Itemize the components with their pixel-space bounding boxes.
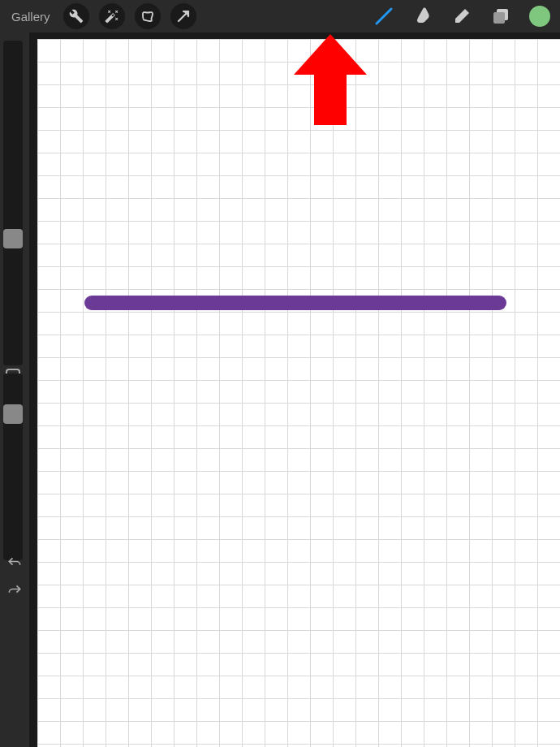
gallery-button[interactable]: Gallery	[5, 10, 57, 24]
brush-size-slider-track[interactable]	[3, 41, 23, 365]
redo-button[interactable]	[5, 581, 24, 601]
undo-icon	[6, 555, 23, 572]
brush-tool[interactable]	[373, 6, 394, 27]
eraser-icon	[452, 6, 472, 26]
svg-rect-1	[493, 12, 505, 24]
top-toolbar: Gallery	[0, 0, 560, 32]
wand-icon	[105, 9, 119, 24]
undo-button[interactable]	[5, 554, 24, 573]
eraser-tool[interactable]	[451, 6, 472, 27]
opacity-slider-thumb[interactable]	[3, 404, 23, 424]
arrow-icon	[176, 9, 191, 24]
brush-icon	[374, 6, 394, 26]
smudge-tool[interactable]	[412, 6, 433, 27]
drawn-stroke	[84, 296, 506, 310]
color-picker[interactable]	[529, 6, 550, 27]
wrench-tool[interactable]	[63, 3, 89, 29]
wrench-icon	[69, 9, 84, 24]
drawing-canvas[interactable]	[37, 39, 560, 747]
selection-tool[interactable]	[135, 3, 161, 29]
brush-size-slider-thumb[interactable]	[3, 229, 23, 248]
layers-icon	[491, 6, 510, 26]
tool-group-right	[373, 6, 555, 27]
opacity-slider-track[interactable]	[3, 374, 23, 560]
tool-group-left	[63, 3, 196, 29]
smudge-icon	[413, 6, 433, 26]
transform-tool[interactable]	[170, 3, 196, 29]
layers-tool[interactable]	[490, 6, 511, 27]
wand-tool[interactable]	[99, 3, 125, 29]
canvas-area	[29, 32, 560, 747]
selection-icon	[140, 9, 155, 24]
left-sidebar	[0, 32, 29, 747]
redo-icon	[6, 583, 23, 599]
undo-redo-group	[0, 554, 29, 601]
